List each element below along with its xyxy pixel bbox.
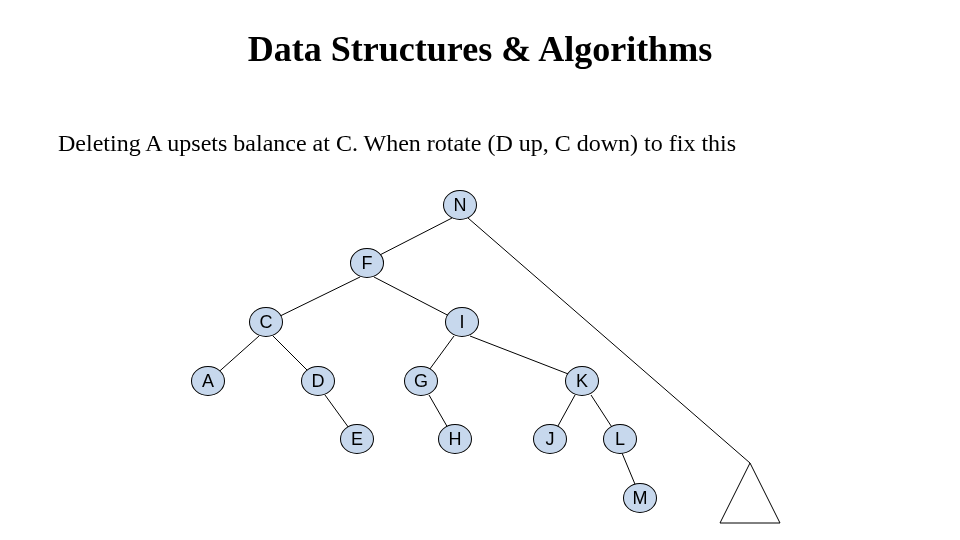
tree-node-g: G bbox=[404, 366, 438, 396]
node-label: I bbox=[459, 312, 464, 333]
tree-node-d: D bbox=[301, 366, 335, 396]
tree-diagram: N F C I A D G K E H J L M bbox=[0, 0, 960, 540]
tree-node-j: J bbox=[533, 424, 567, 454]
node-label: C bbox=[260, 312, 273, 333]
tree-node-k: K bbox=[565, 366, 599, 396]
svg-line-8 bbox=[470, 336, 576, 377]
svg-line-3 bbox=[374, 277, 455, 319]
tree-node-m: M bbox=[623, 483, 657, 513]
node-label: L bbox=[615, 429, 625, 450]
tree-node-h: H bbox=[438, 424, 472, 454]
tree-node-l: L bbox=[603, 424, 637, 454]
tree-node-n: N bbox=[443, 190, 477, 220]
node-label: G bbox=[414, 371, 428, 392]
node-label: A bbox=[202, 371, 214, 392]
tree-node-c: C bbox=[249, 307, 283, 337]
svg-line-0 bbox=[372, 218, 452, 259]
node-label: K bbox=[576, 371, 588, 392]
tree-node-a: A bbox=[191, 366, 225, 396]
tree-node-i: I bbox=[445, 307, 479, 337]
tree-node-f: F bbox=[350, 248, 384, 278]
node-label: M bbox=[633, 488, 648, 509]
node-label: D bbox=[312, 371, 325, 392]
node-label: J bbox=[546, 429, 555, 450]
node-label: E bbox=[351, 429, 363, 450]
svg-line-2 bbox=[274, 277, 360, 319]
node-label: H bbox=[449, 429, 462, 450]
node-label: N bbox=[454, 195, 467, 216]
node-label: F bbox=[362, 253, 373, 274]
tree-edges bbox=[0, 0, 960, 540]
tree-node-e: E bbox=[340, 424, 374, 454]
svg-marker-13 bbox=[720, 463, 780, 523]
